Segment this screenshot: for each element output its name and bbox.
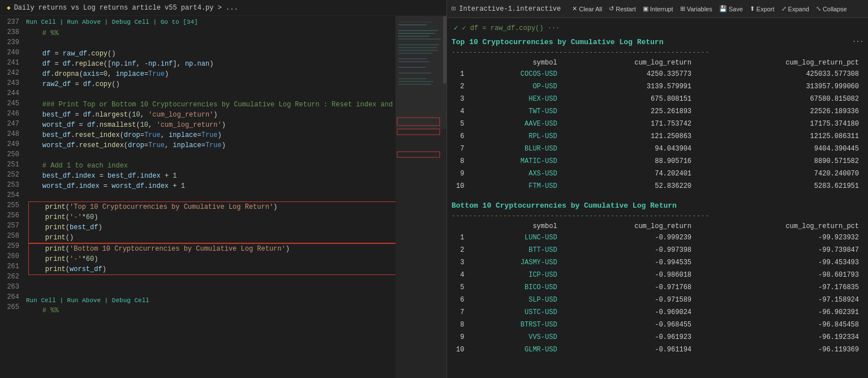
table-row: 6 RPL-USD 121.250863 12125.086311 <box>452 130 863 143</box>
bottom-table-section: Bottom 10 Cryptocurrencies by Cumulative… <box>452 201 863 356</box>
row-index: 6 <box>452 130 469 143</box>
table-row: 9 AXS-USD 74.202401 7420.240070 <box>452 167 863 180</box>
code-line-254 <box>26 191 396 201</box>
expand-button[interactable]: ⤢ Expand <box>781 5 809 12</box>
code-line-244 <box>26 89 396 100</box>
row-cum-log-return: 675.808151 <box>562 93 696 105</box>
row-symbol: MATIC-USD <box>469 155 561 167</box>
row-cum-log-return-pct: -96.192334 <box>696 331 863 343</box>
table-row: 2 OP-USD 3139.579991 313957.999060 <box>452 80 863 93</box>
row-cum-log-return: -0.999239 <box>562 231 696 244</box>
row-index: 7 <box>452 306 469 319</box>
code-line-238: # %% <box>26 28 396 38</box>
clear-all-button[interactable]: ✕ Clear All <box>572 5 602 12</box>
row-cum-log-return: -0.968455 <box>562 319 696 331</box>
restart-button[interactable]: ↺ Restart <box>609 5 635 12</box>
row-cum-log-return: 3139.579991 <box>562 80 696 93</box>
cell-toolbar-bottom[interactable]: Run Cell | Run Above | Debug Cell <box>26 295 396 306</box>
collapse-button[interactable]: ⤡ Collapse <box>816 5 847 12</box>
editor-tab[interactable]: ◆ Daily returns vs Log returns article v… <box>0 0 446 16</box>
variables-button[interactable]: ⊞ Variables <box>680 5 712 12</box>
code-line-250 <box>26 151 396 161</box>
table-row: 10 GLMR-USD -0.961194 -96.119369 <box>452 343 863 356</box>
col-cum-log-return-header-b: cum_log_return <box>562 221 696 231</box>
col-cum-log-return-header: cum_log_return <box>562 58 696 68</box>
highlight-block-2: print('Bottom 10 Cryptocurrencies by Cum… <box>28 243 396 275</box>
bottom-table-header-row: symbol cum_log_return cum_log_return_pct <box>452 221 863 231</box>
result-line: ✓ ✓ df = raw_df.copy() ··· <box>452 23 863 33</box>
code-line-262 <box>26 275 396 285</box>
row-cum-log-return-pct: -96.902391 <box>696 306 863 319</box>
table-row: 4 ICP-USD -0.986018 -98.601793 <box>452 269 863 281</box>
top-table-section: Top 10 Cryptocurrencies by Cumulative Lo… <box>452 38 863 192</box>
export-button[interactable]: ⬆ Export <box>750 5 775 12</box>
row-cum-log-return: -0.969024 <box>562 306 696 319</box>
row-index: 4 <box>452 269 469 281</box>
row-cum-log-return: 225.261893 <box>562 105 696 118</box>
row-symbol: USTC-USD <box>469 306 561 319</box>
code-line-251: # Add 1 to each index <box>26 161 396 171</box>
interactive-title-label: Interactive-1.interactive <box>459 5 561 13</box>
top-table: symbol cum_log_return cum_log_return_pct… <box>452 58 863 192</box>
table-row: 8 MATIC-USD 88.905716 8890.571582 <box>452 155 863 167</box>
table-row: 10 FTM-USD 52.836220 5283.621951 <box>452 180 863 192</box>
row-cum-log-return: -0.961194 <box>562 343 696 356</box>
minimap <box>396 16 446 378</box>
table-row: 8 BTRST-USD -0.968455 -96.845458 <box>452 319 863 331</box>
code-line-252: best_df.index = best_df.index + 1 <box>26 171 396 181</box>
table-row: 6 SLP-USD -0.971589 -97.158924 <box>452 294 863 306</box>
row-index: 1 <box>452 231 469 244</box>
row-cum-log-return: -0.961923 <box>562 331 696 343</box>
row-cum-log-return-pct: -97.176835 <box>696 281 863 294</box>
code-line-249: worst_df.reset_index(drop=True, inplace=… <box>26 140 396 151</box>
row-cum-log-return-pct: 7420.240070 <box>696 167 863 180</box>
tab-icon: ◆ <box>7 4 11 11</box>
row-symbol: VVS-USD <box>469 331 561 343</box>
code-line-258: print() <box>29 233 396 243</box>
code-line-257: print(best_df) <box>29 222 396 233</box>
cell-toolbar-top[interactable]: Run Cell | Run Above | Debug Cell | Go t… <box>26 17 396 27</box>
top-table-title: Top 10 Cryptocurrencies by Cumulative Lo… <box>452 38 863 46</box>
more-button[interactable]: ··· <box>852 38 863 45</box>
row-cum-log-return: 52.836220 <box>562 180 696 192</box>
row-cum-log-return-pct: 12125.086311 <box>696 130 863 143</box>
code-line-265 <box>26 316 396 326</box>
row-index: 8 <box>452 155 469 167</box>
row-index: 4 <box>452 105 469 118</box>
row-symbol: COCOS-USD <box>469 68 561 80</box>
row-cum-log-return-pct: -99.453493 <box>696 256 863 269</box>
row-index: 9 <box>452 331 469 343</box>
line-numbers: 237 238 239 240 241 242 243 244 245 246 … <box>0 16 24 378</box>
row-symbol: TWT-USD <box>469 105 561 118</box>
editor-tab-title: Daily returns vs Log returns article v55… <box>14 4 238 12</box>
row-cum-log-return: -0.997398 <box>562 244 696 256</box>
save-icon: 💾 <box>719 5 727 12</box>
row-index: 5 <box>452 118 469 130</box>
row-cum-log-return-pct: 425033.577308 <box>696 68 863 80</box>
col-symbol-header-b: symbol <box>469 221 561 231</box>
table-row: 9 VVS-USD -0.961923 -96.192334 <box>452 331 863 343</box>
top-table-divider: ----------------------------------------… <box>452 49 863 55</box>
row-symbol: ICP-USD <box>469 269 561 281</box>
row-index: 9 <box>452 167 469 180</box>
interrupt-button[interactable]: ▣ Interrupt <box>643 5 673 12</box>
row-cum-log-return-pct: -99.739847 <box>696 244 863 256</box>
result-text: ✓ df = raw_df.copy() ··· <box>462 24 560 32</box>
top-table-body: 1 COCOS-USD 4250.335773 425033.577308 2 … <box>452 68 863 192</box>
code-line-243: raw2_df = df.copy() <box>26 79 396 89</box>
row-symbol: JASMY-USD <box>469 256 561 269</box>
table-row: 2 BTT-USD -0.997398 -99.739847 <box>452 244 863 256</box>
row-cum-log-return: 74.202401 <box>562 167 696 180</box>
row-cum-log-return-pct: 5283.621951 <box>696 180 863 192</box>
row-cum-log-return: 88.905716 <box>562 155 696 167</box>
row-cum-log-return: -0.971589 <box>562 294 696 306</box>
bottom-table: symbol cum_log_return cum_log_return_pct… <box>452 221 863 356</box>
interactive-title: ⊡ Interactive-1.interactive <box>452 5 561 13</box>
code-line-259: print('Bottom 10 Cryptocurrencies by Cum… <box>29 244 396 254</box>
top-table-header-row: symbol cum_log_return cum_log_return_pct <box>452 58 863 68</box>
code-line-240: df = raw_df.copy() <box>26 49 396 59</box>
row-symbol: BLUR-USD <box>469 143 561 155</box>
interactive-body: ✓ ✓ df = raw_df.copy() ··· ··· Top 10 Cr… <box>447 18 868 378</box>
save-button[interactable]: 💾 Save <box>719 5 743 12</box>
col-cum-log-return-pct-header-b: cum_log_return_pct <box>696 221 863 231</box>
